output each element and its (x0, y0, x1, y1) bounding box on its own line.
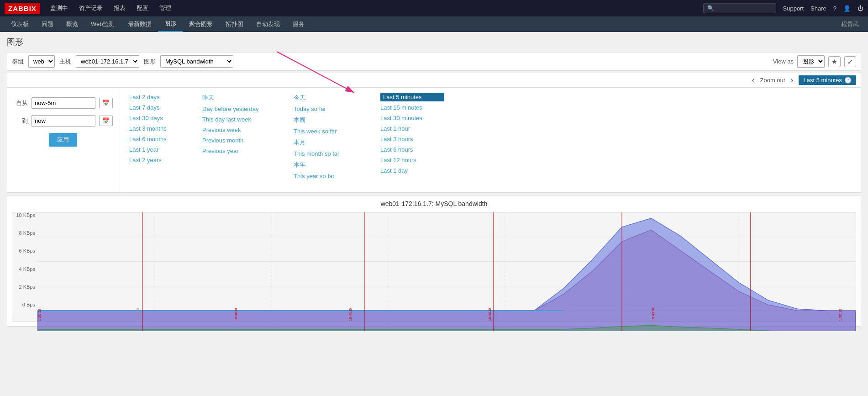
y-label-10: 10 KBps (12, 212, 35, 218)
view-as-label: View as (773, 58, 794, 65)
time-this-week[interactable]: 本周 (294, 115, 367, 125)
time-last-3-hours[interactable]: Last 3 hours (380, 135, 444, 143)
time-previous-year[interactable]: Previous year (202, 147, 280, 155)
x-label-1941: 19:41:00 (348, 308, 352, 321)
time-last-1-day[interactable]: Last 1 day (380, 166, 444, 175)
time-this-month-so-far[interactable]: This month so far (294, 149, 367, 158)
time-last-7-days[interactable]: Last 7 days (129, 103, 189, 112)
main-area: 自从 📅 到 📅 应用 Last 2 days Last 7 days Last… (7, 88, 861, 193)
top-nav-right: Support Share ? 👤 ⏻ (703, 3, 863, 13)
apply-row: 应用 (32, 133, 113, 147)
x-label-1940: 19:40:00 (234, 308, 238, 321)
time-yesterday[interactable]: 昨天 (202, 93, 280, 103)
nav-item-monitor[interactable]: 监测中 (45, 0, 74, 16)
time-day-before-yesterday[interactable]: Day before yesterday (202, 105, 280, 113)
time-col-2: 昨天 Day before yesterday This day last we… (202, 93, 284, 188)
host-label: 主机 (59, 58, 71, 66)
x-label-1939: 19:39:00 (136, 308, 140, 321)
support-link[interactable]: Support (783, 5, 804, 12)
chart-area: web01-172.16.1.7: MySQL bandwidth 10 KBp… (7, 195, 861, 327)
time-this-month[interactable]: 本月 (294, 137, 367, 148)
view-as-select[interactable]: 图形 (797, 55, 825, 68)
subnav-dashboard[interactable]: 仪表板 (5, 16, 35, 32)
subnav-problems[interactable]: 问题 (35, 16, 60, 32)
time-last-30-min[interactable]: Last 30 minutes (380, 114, 444, 122)
graph-select[interactable]: MySQL bandwidth (160, 55, 233, 68)
from-row: 自从 📅 (14, 97, 113, 109)
subnav-discovery[interactable]: 自动发现 (250, 16, 286, 32)
fullscreen-button[interactable]: ⤢ (844, 56, 856, 67)
chart-x-labels: 1-20 19:38 19:39:00 19:40:00 19:41:00 19… (37, 308, 856, 321)
clock-icon: 🕐 (844, 77, 852, 84)
subnav-overview[interactable]: 概览 (60, 16, 84, 32)
time-previous-month[interactable]: Previous month (202, 136, 280, 145)
next-button[interactable]: › (789, 75, 795, 85)
y-label-2: 2 KBps (12, 284, 35, 290)
logo[interactable]: ZABBIX (5, 3, 40, 14)
subnav-graphs[interactable]: 图形 (158, 16, 183, 32)
time-this-year-so-far[interactable]: This year so far (294, 172, 367, 180)
time-today-so-far[interactable]: Today so far (294, 105, 367, 113)
nav-item-assets[interactable]: 资产记录 (74, 0, 108, 16)
subnav-web[interactable]: Web监测 (84, 16, 121, 32)
time-this-week-so-far[interactable]: This week so far (294, 127, 367, 136)
nav-item-config[interactable]: 配置 (131, 0, 154, 16)
top-nav: ZABBIX 监测中 资产记录 报表 配置 管理 Support Share ?… (0, 0, 868, 16)
time-last-12-hours[interactable]: Last 12 hours (380, 156, 444, 164)
apply-button[interactable]: 应用 (49, 133, 77, 147)
group-select[interactable]: web (28, 55, 55, 68)
time-last-30-days[interactable]: Last 30 days (129, 114, 189, 122)
nav-item-reports[interactable]: 报表 (108, 0, 131, 16)
nav-item-admin[interactable]: 管理 (154, 0, 177, 16)
subnav-topology[interactable]: 拓扑图 (219, 16, 250, 32)
chart-title: web01-172.16.1.7: MySQL bandwidth (12, 200, 856, 207)
host-select[interactable]: web01-172.16.1.7 (76, 55, 139, 68)
x-label-1943: 19:43:00 (651, 308, 655, 321)
form-area: 自从 📅 到 📅 应用 (7, 88, 120, 192)
x-label-1942: 19:42:00 (488, 308, 492, 321)
y-label-8: 8 KBps (12, 230, 35, 236)
controls-bar: 群组 web 主机 web01-172.16.1.7 图形 MySQL band… (7, 52, 861, 71)
time-this-year[interactable]: 本年 (294, 160, 367, 170)
power-icon[interactable]: ⏻ (857, 5, 863, 12)
zoom-bar: ‹ Zoom out › Last 5 minutes 🕐 (7, 73, 861, 88)
prev-button[interactable]: ‹ (750, 75, 757, 85)
to-row: 到 📅 (14, 115, 113, 127)
zoom-out-label[interactable]: Zoom out (760, 77, 785, 84)
subnav-latest[interactable]: 最新数据 (121, 16, 158, 32)
to-input[interactable] (32, 115, 95, 127)
time-col-1: Last 2 days Last 7 days Last 30 days Las… (129, 93, 193, 188)
from-calendar-btn[interactable]: 📅 (99, 98, 113, 108)
time-last-2-days[interactable]: Last 2 days (129, 93, 189, 101)
time-previous-week[interactable]: Previous week (202, 126, 280, 134)
star-button[interactable]: ★ (828, 56, 841, 67)
user-icon[interactable]: 👤 (843, 5, 851, 12)
to-label: 到 (14, 117, 28, 125)
subnav-aggregate[interactable]: 聚合图形 (183, 16, 219, 32)
search-input[interactable] (703, 3, 776, 13)
time-last-6-months[interactable]: Last 6 months (129, 135, 189, 143)
to-calendar-btn[interactable]: 📅 (99, 116, 113, 126)
page-title: 图形 (7, 37, 861, 48)
from-input[interactable] (32, 97, 95, 109)
time-last-3-months[interactable]: Last 3 months (129, 124, 189, 133)
y-label-6: 6 KBps (12, 248, 35, 253)
time-last-1-hour[interactable]: Last 1 hour (380, 124, 444, 133)
time-this-day-last-week[interactable]: This day last week (202, 115, 280, 124)
share-link[interactable]: Share (810, 5, 826, 12)
current-time-badge[interactable]: Last 5 minutes 🕐 (799, 75, 856, 85)
controls-right: View as 图形 ★ ⤢ (773, 55, 856, 68)
time-last-1-year[interactable]: Last 1 year (129, 145, 189, 154)
time-col-3: 今天 Today so far 本周 This week so far 本月 T… (294, 93, 371, 188)
time-today[interactable]: 今天 (294, 93, 367, 103)
x-label-start: 1-20 19:38 (37, 308, 42, 321)
time-last-2-years[interactable]: Last 2 years (129, 156, 189, 164)
subnav-services[interactable]: 服务 (286, 16, 311, 32)
y-label-4: 4 KBps (12, 266, 35, 272)
help-icon[interactable]: ? (833, 5, 836, 12)
time-col-4: Last 5 minutes Last 15 minutes Last 30 m… (380, 93, 449, 188)
group-label: 群组 (12, 58, 24, 66)
time-last-15-min[interactable]: Last 15 minutes (380, 103, 444, 112)
time-last-5-min[interactable]: Last 5 minutes (380, 93, 444, 101)
time-last-6-hours[interactable]: Last 6 hours (380, 145, 444, 154)
